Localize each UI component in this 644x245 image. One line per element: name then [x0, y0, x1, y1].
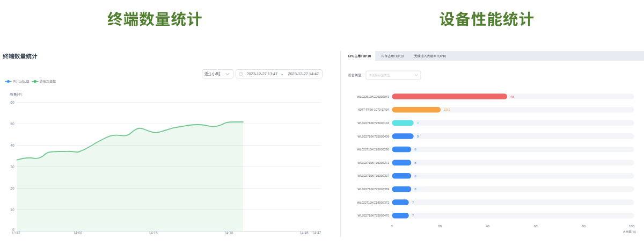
- svg-text:10: 10: [10, 208, 14, 212]
- svg-text:40: 40: [10, 143, 14, 147]
- svg-text:7: 7: [412, 200, 414, 204]
- svg-text:8: 8: [414, 174, 416, 178]
- svg-text:9: 9: [417, 134, 419, 138]
- svg-text:14:15: 14:15: [149, 231, 158, 235]
- svg-text:8: 8: [414, 147, 416, 151]
- svg-text:40: 40: [486, 224, 489, 228]
- svg-text:20: 20: [438, 224, 442, 228]
- svg-text:WL022710K725000470: WL022710K725000470: [357, 214, 389, 217]
- svg-text:48: 48: [510, 95, 514, 98]
- svg-text:WL022710K725000409: WL022710K725000409: [357, 135, 389, 138]
- svg-text:8: 8: [414, 187, 416, 191]
- svg-text:60: 60: [534, 224, 538, 228]
- svg-text:7: 7: [412, 213, 414, 217]
- svg-text:14:45: 14:45: [299, 231, 309, 235]
- svg-text:WL023610KC06000043: WL023610KC06000043: [357, 95, 389, 98]
- svg-text:30: 30: [10, 165, 14, 169]
- svg-text:9: 9: [417, 121, 419, 125]
- svg-text:20.3: 20.3: [444, 107, 451, 111]
- svg-text:WL022710K725000369: WL022710K725000369: [357, 188, 389, 191]
- svg-text:0: 0: [391, 224, 393, 228]
- svg-text:100: 100: [629, 224, 635, 228]
- svg-text:14:00: 14:00: [74, 231, 83, 235]
- svg-text:80: 80: [582, 224, 586, 228]
- svg-text:WL022710K725000272: WL022710K725000272: [357, 161, 389, 164]
- svg-text:14:30: 14:30: [224, 231, 233, 235]
- svg-text:WL022710K725000307: WL022710K725000307: [357, 174, 389, 177]
- svg-text:8: 8: [414, 161, 416, 164]
- svg-text:6047-FF96-1070-EF0A: 6047-FF96-1070-EF0A: [358, 108, 389, 111]
- svg-text:60: 60: [10, 100, 14, 104]
- svg-text:50: 50: [10, 122, 14, 126]
- svg-text:WL022710K725000102: WL022710K725000102: [357, 121, 389, 125]
- svg-text:20: 20: [10, 186, 14, 190]
- svg-text:WL022710KC18000372: WL022710KC18000372: [357, 201, 389, 204]
- svg-text:2023-12-27 13:47: 2023-12-27 13:47: [247, 71, 278, 76]
- svg-text:WL022710KC18000280: WL022710KC18000280: [357, 148, 389, 151]
- svg-text:14:47: 14:47: [312, 231, 321, 235]
- svg-text:2023-12-27 14:47: 2023-12-27 14:47: [288, 71, 319, 76]
- svg-text:13:47: 13:47: [12, 231, 21, 235]
